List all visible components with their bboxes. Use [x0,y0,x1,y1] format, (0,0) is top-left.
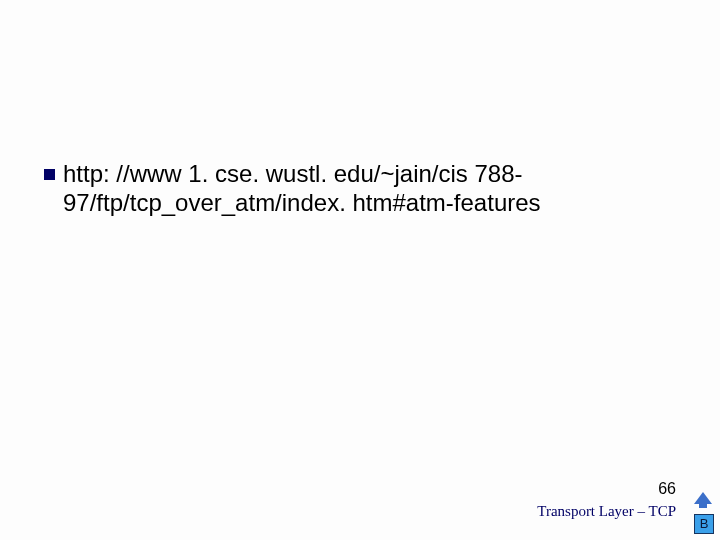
bullet-item: http: //www 1. cse. wustl. edu/~jain/cis… [44,160,644,218]
body-text-block: http: //www 1. cse. wustl. edu/~jain/cis… [44,160,644,218]
nav-b-button[interactable]: B [694,514,714,534]
page-number: 66 [658,480,676,498]
bullet-text: http: //www 1. cse. wustl. edu/~jain/cis… [63,160,644,218]
footer-label: Transport Layer – TCP [537,503,676,520]
square-bullet-icon [44,169,55,180]
arrow-up-icon[interactable] [694,492,712,504]
slide: http: //www 1. cse. wustl. edu/~jain/cis… [0,0,720,540]
